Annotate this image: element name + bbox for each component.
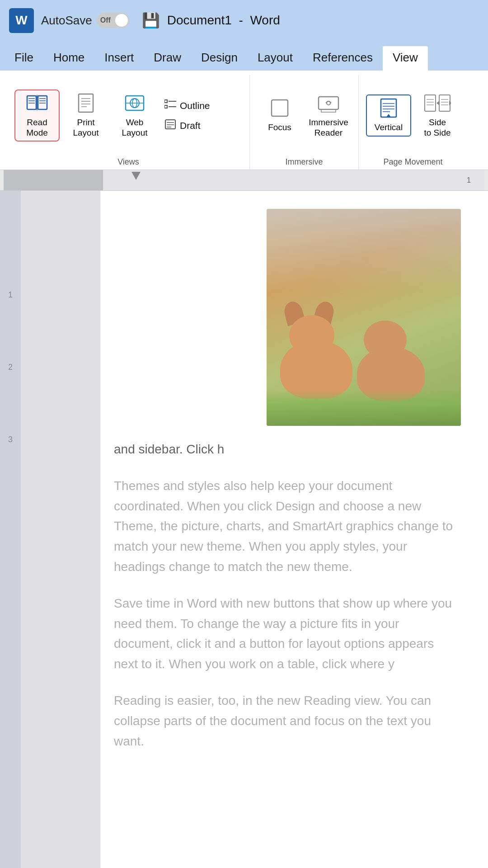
svg-rect-22 [165, 120, 175, 129]
document-image-container [114, 209, 461, 426]
toggle-knob [115, 14, 128, 27]
print-layout-icon [77, 93, 95, 116]
focus-button[interactable]: Focus [257, 95, 302, 136]
side-to-side-icon [424, 93, 451, 116]
page-movement-group-label: Page Movement [359, 157, 467, 167]
doc-paragraph-4: Reading is easier, too, in the new Readi… [114, 691, 461, 751]
ruler: 1 [0, 170, 488, 191]
ruler-tick-1: 1 [467, 176, 471, 184]
svg-rect-9 [79, 94, 93, 112]
outline-button[interactable]: Outline [161, 97, 242, 114]
toggle-off-label: Off [100, 16, 111, 24]
svg-rect-26 [272, 100, 288, 116]
side-to-side-button[interactable]: Sideto Side [415, 90, 460, 141]
word-logo: W [9, 8, 34, 33]
outline-label: Outline [180, 100, 210, 111]
draft-icon [164, 119, 176, 132]
ribbon-tabs: File Home Insert Draw Design Layout Refe… [0, 41, 488, 71]
immersive-reader-label: Immersive Reader [309, 118, 348, 138]
read-mode-button[interactable]: ReadMode [14, 90, 60, 142]
immersive-reader-icon [317, 93, 340, 116]
ribbon-group-immersive: Focus Immersive Reader Immersive [250, 75, 359, 170]
tab-design[interactable]: Design [191, 46, 248, 71]
ruler-tick-3v: 3 [8, 435, 13, 507]
autosave-toggle[interactable]: Off [97, 13, 129, 28]
web-layout-icon [125, 93, 145, 116]
immersive-reader-button[interactable]: Immersive Reader [306, 90, 351, 141]
svg-rect-36 [439, 95, 450, 111]
vertical-icon [377, 98, 400, 121]
svg-marker-43 [436, 101, 439, 105]
tab-draw[interactable]: Draw [144, 46, 191, 71]
document-area: 1 2 3 and sidebar. Click h Themes and st [0, 191, 488, 868]
ruler-dark-section [4, 170, 103, 190]
read-mode-icon [26, 93, 48, 116]
svg-rect-18 [164, 100, 167, 103]
ribbon-content: ReadMode PrintLayout [0, 71, 488, 170]
tab-layout[interactable]: Layout [248, 46, 303, 71]
title-bar: W AutoSave Off 💾 Document1 - Word [0, 0, 488, 41]
tab-file[interactable]: File [5, 46, 43, 71]
tab-home[interactable]: Home [43, 46, 94, 71]
web-layout-button[interactable]: WebLayout [112, 90, 157, 141]
immersive-items: Focus Immersive Reader [257, 75, 351, 156]
svg-rect-27 [319, 97, 338, 109]
document-title: Document1 - Word [167, 13, 280, 28]
document-image [267, 209, 461, 426]
ruler-tick-2v: 2 [8, 363, 13, 435]
doc-paragraph-2: Themes and styles also help keep your do… [114, 476, 461, 577]
page-movement-items: Vertical [366, 75, 460, 156]
read-mode-label: ReadMode [26, 118, 48, 138]
web-layout-label: WebLayout [122, 118, 147, 138]
print-layout-label: PrintLayout [73, 118, 99, 138]
ribbon-group-page-movement: Vertical [359, 75, 467, 170]
views-items: ReadMode PrintLayout [14, 75, 242, 156]
focus-label: Focus [268, 123, 291, 133]
tab-view[interactable]: View [383, 46, 428, 71]
ruler-tick-1v: 1 [8, 290, 13, 363]
svg-marker-34 [386, 114, 391, 117]
svg-rect-0 [27, 96, 36, 109]
focus-icon [270, 98, 290, 121]
svg-rect-20 [164, 105, 167, 108]
outline-draft-group: Outline Draft [161, 97, 242, 134]
svg-rect-35 [425, 95, 436, 111]
ruler-light-section: 1 [103, 170, 484, 190]
left-ruler: 1 2 3 [0, 191, 21, 868]
document-left-margin [21, 191, 100, 868]
views-group-label: Views [7, 157, 249, 167]
draft-button[interactable]: Draft [161, 117, 242, 134]
autosave-section: AutoSave Off [41, 13, 129, 28]
svg-point-28 [327, 101, 330, 105]
doc-paragraph-3: Save time in Word with new buttons that … [114, 594, 461, 675]
save-icon[interactable]: 💾 [142, 12, 160, 29]
document-page[interactable]: and sidebar. Click h Themes and styles a… [100, 191, 488, 868]
ribbon-group-views: ReadMode PrintLayout [7, 75, 250, 170]
vertical-button[interactable]: Vertical [366, 94, 411, 137]
outline-icon [164, 99, 176, 113]
immersive-group-label: Immersive [250, 157, 358, 167]
draft-label: Draft [180, 120, 201, 131]
tab-insert[interactable]: Insert [94, 46, 144, 71]
svg-rect-4 [38, 96, 47, 109]
vertical-label: Vertical [375, 123, 403, 133]
doc-paragraph-1: and sidebar. Click h [114, 439, 461, 460]
tab-references[interactable]: References [303, 46, 383, 71]
side-to-side-label: Sideto Side [424, 118, 450, 138]
print-layout-button[interactable]: PrintLayout [63, 90, 108, 141]
autosave-label: AutoSave [41, 14, 92, 28]
ruler-indent-marker[interactable] [130, 172, 142, 184]
